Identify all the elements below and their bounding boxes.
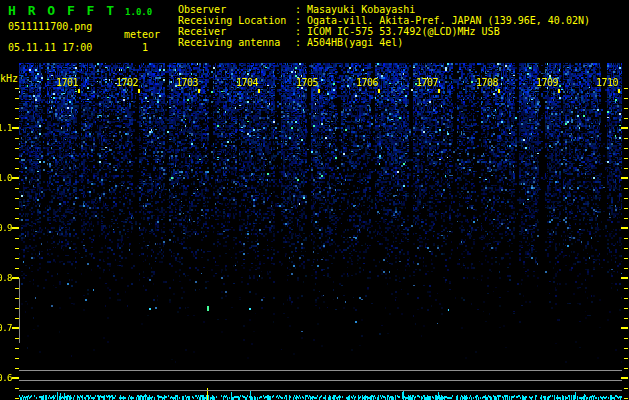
minor-tick-right: [624, 188, 628, 189]
frequency-tick-label: 1.0: [0, 173, 12, 183]
minor-tick-right: [624, 198, 628, 199]
minor-tick-left: [15, 198, 19, 199]
info-value: Masayuki Kobayashi: [307, 4, 415, 15]
time-label: 1709: [534, 77, 560, 88]
major-tick-left: [12, 227, 19, 229]
meteor-count: 1: [142, 42, 148, 53]
info-label: Receiver: [178, 26, 295, 37]
info-colon-separator: :: [295, 4, 307, 15]
minor-tick-left: [15, 118, 19, 119]
minor-tick-right: [624, 338, 628, 339]
frequency-tick-label: 1.1: [0, 123, 12, 133]
major-tick-right: [621, 377, 628, 379]
minor-tick-left: [15, 98, 19, 99]
minor-tick-left: [15, 218, 19, 219]
minute-tick: [198, 89, 200, 93]
time-label: 1704: [234, 77, 260, 88]
minute-tick: [438, 89, 440, 93]
info-value: Ogata-vill. Akita-Pref. JAPAN (139.96E, …: [307, 15, 590, 26]
major-tick-right: [621, 277, 628, 279]
minor-tick-right: [624, 158, 628, 159]
app-title-text: H R O F F T: [8, 3, 116, 18]
minor-tick-left: [15, 148, 19, 149]
minute-tick: [258, 89, 260, 93]
info-colon-separator: :: [295, 15, 307, 26]
minute-tick: [78, 89, 80, 93]
minor-tick-left: [15, 368, 19, 369]
minor-tick-left: [15, 268, 19, 269]
minute-tick: [498, 89, 500, 93]
info-colon-separator: :: [295, 26, 307, 37]
minor-tick-right: [624, 168, 628, 169]
major-tick-right: [621, 327, 628, 329]
time-label: 1708: [474, 77, 500, 88]
info-label: Observer: [178, 4, 295, 15]
minor-tick-right: [624, 258, 628, 259]
time-label: 1701: [54, 77, 80, 88]
minor-tick-left: [15, 248, 19, 249]
app-title: H R O F F T1.0.0: [8, 3, 152, 18]
info-row: Receiving antenna:A504HB(yagi 4el): [178, 37, 626, 48]
minor-tick-right: [624, 138, 628, 139]
minor-tick-right: [624, 238, 628, 239]
minute-tick: [558, 89, 560, 93]
minute-tick: [138, 89, 140, 93]
minor-tick-left: [15, 258, 19, 259]
info-label: Receiving Location: [178, 15, 295, 26]
output-filename: 0511111700.png: [8, 21, 92, 32]
minor-tick-right: [624, 388, 628, 389]
major-tick-right: [621, 227, 628, 229]
minor-tick-right: [624, 318, 628, 319]
info-row: Observer:Masayuki Kobayashi: [178, 4, 626, 15]
minor-tick-left: [15, 298, 19, 299]
minor-tick-right: [624, 218, 628, 219]
minor-tick-right: [624, 88, 628, 89]
major-tick-left: [12, 377, 19, 379]
minor-tick-left: [15, 168, 19, 169]
signal-reference-line: [19, 370, 622, 371]
axis-segment-line: [19, 278, 20, 343]
minor-tick-right: [624, 358, 628, 359]
minute-tick: [318, 89, 320, 93]
minor-tick-right: [624, 208, 628, 209]
info-label: Receiving antenna: [178, 37, 295, 48]
major-tick-right: [621, 127, 628, 129]
major-tick-left: [12, 277, 19, 279]
observation-datetime: 05.11.11 17:00: [8, 42, 92, 53]
minor-tick-left: [15, 398, 19, 399]
minor-tick-left: [15, 348, 19, 349]
minor-tick-left: [15, 208, 19, 209]
time-label: 1703: [174, 77, 200, 88]
minute-tick: [618, 89, 620, 93]
minor-tick-left: [15, 138, 19, 139]
minor-tick-right: [624, 298, 628, 299]
app-version: 1.0.0: [125, 7, 152, 17]
frequency-tick-label: 0.6: [0, 373, 12, 383]
minor-tick-left: [15, 358, 19, 359]
time-label: 1706: [354, 77, 380, 88]
minor-tick-left: [15, 188, 19, 189]
major-tick-right: [621, 177, 628, 179]
info-colon-separator: :: [295, 37, 307, 48]
major-tick-left: [12, 327, 19, 329]
minor-tick-right: [624, 98, 628, 99]
minor-tick-left: [15, 238, 19, 239]
y-axis-unit: kHz: [0, 73, 18, 84]
major-tick-left: [12, 177, 19, 179]
time-label: 1705: [294, 77, 320, 88]
frequency-tick-label: 0.7: [0, 323, 12, 333]
hrofft-window: H R O F F T1.0.0 0511111700.png meteor 0…: [0, 0, 629, 400]
minor-tick-left: [15, 288, 19, 289]
minor-tick-left: [15, 108, 19, 109]
info-row: Receiver:ICOM IC-575 53.7492(@LCD)MHz US…: [178, 26, 626, 37]
station-info: Observer:Masayuki KobayashiReceiving Loc…: [178, 4, 626, 48]
minor-tick-right: [624, 118, 628, 119]
minor-tick-left: [15, 158, 19, 159]
time-label: 1707: [414, 77, 440, 88]
minor-tick-right: [624, 398, 628, 399]
minor-tick-right: [624, 108, 628, 109]
signal-reference-line: [19, 380, 622, 381]
minor-tick-left: [15, 338, 19, 339]
signal-reference-line: [19, 390, 622, 391]
minor-tick-left: [15, 318, 19, 319]
